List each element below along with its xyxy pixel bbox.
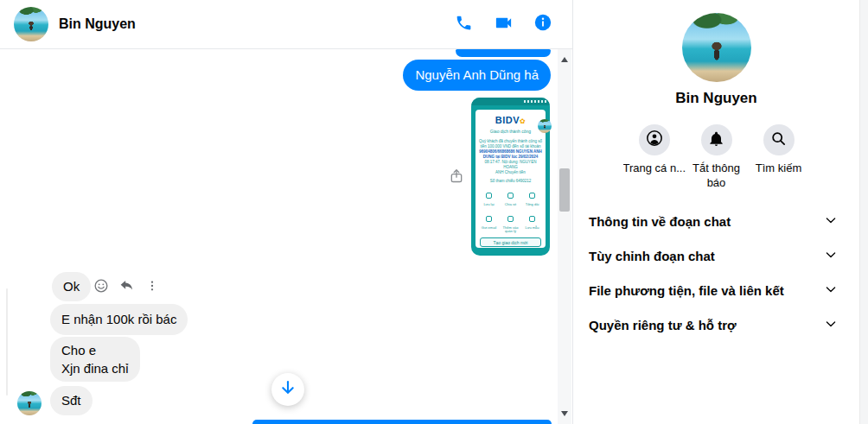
- scrollbar-thumb[interactable]: [559, 168, 570, 212]
- quick-action-label: Tìm kiếm: [748, 161, 810, 175]
- scrollbar-up-arrow[interactable]: [561, 57, 568, 62]
- bidv-status-text: Giao dịch thành công: [478, 129, 543, 134]
- bidv-action-grid: Lưu lại Chia sẻ Tổng đài Gửi email Thêm …: [478, 187, 543, 234]
- outgoing-message-clipped-top[interactable]: [456, 49, 551, 57]
- sidebar-quick-actions: Trang cá n... Tắt thông báo Tìm kiếm: [574, 124, 858, 190]
- quick-action-label: Trang cá n...: [623, 161, 686, 175]
- conversation-title[interactable]: Bin Nguyen: [59, 16, 136, 32]
- smiley-icon: [93, 277, 110, 298]
- bell-icon: [707, 130, 725, 151]
- forward-message-button[interactable]: [447, 168, 466, 187]
- menu-item-label: Thông tin về đoạn chat: [589, 214, 731, 229]
- outgoing-message-bubble[interactable]: Nguyễn Anh Dũng hả: [403, 60, 551, 91]
- menu-item-label: File phương tiện, file và liên kết: [589, 283, 784, 298]
- react-button[interactable]: [93, 279, 110, 296]
- scroll-remnant-line: [6, 288, 8, 396]
- profile-name: Bin Nguyen: [574, 90, 858, 107]
- sender-avatar: [17, 391, 41, 415]
- messenger-app: Bin Nguyen: [0, 0, 868, 424]
- chevron-down-icon: [822, 315, 839, 335]
- bidv-action-icon: [507, 193, 514, 199]
- menu-item-privacy-support[interactable]: Quyền riêng tư & hỗ trợ: [575, 307, 852, 342]
- chat-scrollbar[interactable]: [558, 49, 571, 424]
- chat-header: Bin Nguyen: [0, 0, 572, 49]
- reply-arrow-icon: [118, 277, 136, 298]
- seen-indicator-avatar: [538, 119, 552, 133]
- arrow-down-icon: [278, 378, 297, 401]
- profile-page-button[interactable]: Trang cá n...: [623, 124, 686, 190]
- menu-item-chat-info[interactable]: Thông tin về đoạn chat: [575, 204, 852, 238]
- profile-circle[interactable]: [639, 124, 670, 155]
- bidv-action: Chia sẻ: [500, 187, 521, 207]
- menu-item-label: Tùy chỉnh đoạn chat: [589, 249, 715, 263]
- incoming-message-bubble[interactable]: Sđt: [50, 386, 93, 415]
- search-in-conversation-button[interactable]: Tìm kiếm: [748, 124, 810, 190]
- bidv-flower-icon: ✿: [520, 117, 526, 125]
- incoming-message-bubble[interactable]: E nhận 100k rồi bác: [50, 304, 188, 335]
- bidv-action: Lưu lại: [478, 187, 500, 207]
- share-icon: [448, 168, 465, 188]
- info-icon: [533, 13, 552, 35]
- video-call-button[interactable]: [493, 14, 514, 35]
- message-more-button[interactable]: [144, 279, 161, 296]
- screenshot-statusbar: [471, 98, 550, 105]
- bidv-line: ANH Chuyển tiền: [478, 170, 543, 175]
- search-icon: [769, 130, 788, 151]
- reply-button[interactable]: [118, 279, 136, 296]
- incoming-message-bubble[interactable]: Cho e Xjn đina chỉ: [50, 337, 140, 382]
- search-circle[interactable]: [763, 124, 795, 155]
- bidv-action-icon: [529, 193, 535, 199]
- bidv-receipt-card: BIDV✿ Giao dịch thành công Quý khách đã …: [475, 110, 546, 248]
- bidv-action: Thêm vào quản lý: [500, 210, 521, 234]
- chevron-down-icon: [822, 246, 839, 266]
- outgoing-image-message[interactable]: BIDV✿ Giao dịch thành công Quý khách đã …: [471, 98, 550, 256]
- video-camera-icon: [494, 13, 514, 36]
- bidv-action: Gửi email: [478, 210, 500, 234]
- conversation-info-button[interactable]: [533, 14, 553, 35]
- chevron-down-icon: [822, 281, 839, 301]
- bidv-action-icon: [486, 216, 492, 222]
- incoming-message-bubble[interactable]: Ok: [52, 272, 91, 301]
- menu-item-customize-chat[interactable]: Tùy chỉnh đoạn chat: [575, 238, 852, 273]
- three-dots-vertical-icon: [145, 277, 159, 298]
- chevron-down-icon: [822, 212, 839, 231]
- person-circle-icon: [645, 129, 664, 151]
- page-scrollbar-track[interactable]: [859, 0, 868, 424]
- mute-circle[interactable]: [701, 124, 732, 155]
- bidv-reference: Số tham chiếu 6490212: [478, 179, 543, 183]
- mute-notifications-button[interactable]: Tắt thông báo: [686, 124, 748, 190]
- bidv-line: 08:17:47. Nội dung: NGUYEN HOANG: [478, 160, 543, 170]
- conversation-avatar[interactable]: [14, 7, 48, 41]
- bidv-new-transaction-button: Tạo giao dịch mới: [480, 237, 541, 247]
- bidv-action-icon: [529, 216, 535, 222]
- bidv-action: Tổng đài: [521, 187, 543, 207]
- outgoing-message-clipped-bottom[interactable]: [252, 420, 552, 424]
- menu-item-media-files-links[interactable]: File phương tiện, file và liên kết: [575, 273, 852, 307]
- scrollbar-down-arrow[interactable]: [561, 411, 568, 416]
- header-actions: [453, 14, 558, 35]
- voice-call-button[interactable]: [453, 14, 474, 35]
- quick-action-label: Tắt thông báo: [686, 161, 748, 190]
- scroll-to-bottom-button[interactable]: [271, 373, 304, 406]
- bidv-action: Lưu mẫu: [521, 210, 543, 234]
- bidv-action-icon: [507, 216, 514, 222]
- bidv-action-icon: [486, 193, 492, 199]
- bidv-receipt-text: Quý khách đã chuyển thành công số tiền 1…: [478, 139, 543, 175]
- sidebar-menu: Thông tin về đoạn chat Tùy chỉnh đoạn ch…: [575, 204, 852, 342]
- menu-item-label: Quyền riêng tư & hỗ trợ: [589, 318, 737, 332]
- profile-avatar[interactable]: [682, 13, 751, 82]
- conversation-info-sidebar: Bin Nguyen Trang cá n... Tắt thông báo: [574, 0, 858, 424]
- phone-icon: [455, 14, 473, 35]
- chat-column: Bin Nguyen: [0, 0, 573, 424]
- bidv-logo: BIDV✿: [478, 116, 543, 126]
